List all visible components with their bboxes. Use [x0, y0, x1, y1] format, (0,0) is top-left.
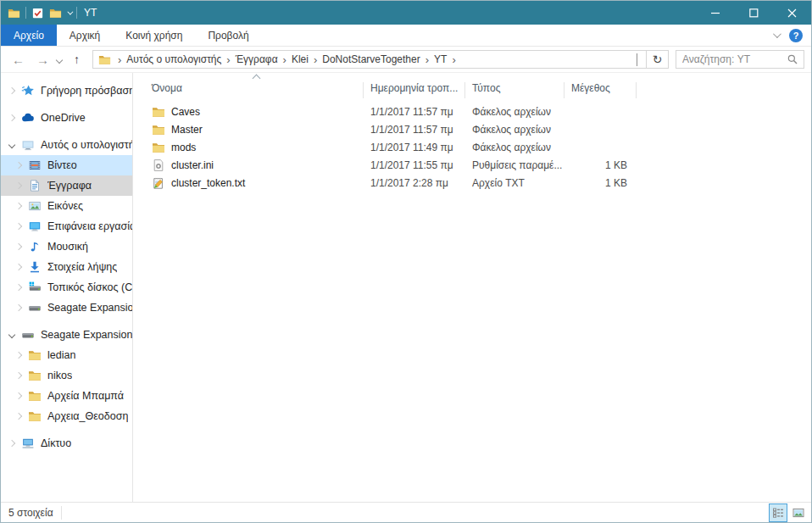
sidebar-item-downloads[interactable]: Στοιχεία λήψης: [1, 257, 132, 277]
explorer-folder-icon[interactable]: [8, 7, 20, 19]
sidebar-item-videos[interactable]: Βίντεο: [1, 155, 132, 175]
chevron-right-icon[interactable]: [8, 114, 15, 121]
chevron-right-icon[interactable]: [15, 243, 22, 250]
file-row-master[interactable]: Master 1/1/2017 11:57 πμ Φάκελος αρχείων: [133, 120, 811, 138]
sidebar-item-quick-access[interactable]: Γρήγορη πρόσβαση: [1, 81, 132, 101]
documents-icon: [28, 179, 42, 192]
thumbnails-view-button[interactable]: [789, 504, 808, 522]
up-button[interactable]: ↑: [66, 53, 87, 65]
sidebar-item-desktop[interactable]: Επιφάνεια εργασίας: [1, 216, 132, 236]
refresh-button[interactable]: ↻: [647, 50, 669, 69]
chevron-right-icon[interactable]: [15, 413, 22, 420]
chevron-right-icon[interactable]: [15, 203, 22, 209]
column-header-size[interactable]: Μέγεθος: [565, 82, 637, 98]
window-title: YT: [84, 7, 97, 19]
sidebar-item-seagate-root[interactable]: Seagate Expansion Dr: [1, 325, 132, 345]
chevron-down-icon[interactable]: [8, 142, 15, 148]
maximize-button[interactable]: [735, 1, 773, 25]
expand-ribbon-chevron-icon[interactable]: [773, 30, 781, 38]
chevron-right-icon[interactable]: [15, 304, 22, 311]
ribbon-tabs: Αρχείο Αρχική Κοινή χρήση Προβολή ?: [1, 25, 811, 47]
minimize-icon: [711, 8, 720, 18]
back-button[interactable]: ←: [6, 53, 31, 66]
crumb-separator: ›: [422, 53, 432, 66]
chevron-right-icon[interactable]: [15, 372, 22, 379]
tab-share[interactable]: Κοινή χρήση: [113, 25, 195, 46]
file-list: Όνομα Ημερομηνία τροπ... Τύπος Μέγεθος C…: [133, 73, 811, 502]
breadcrumb[interactable]: › Αυτός ο υπολογιστής › Έγγραφα › Klei ›…: [92, 50, 647, 69]
search-icon[interactable]: [787, 53, 798, 65]
column-header-date-modified[interactable]: Ημερομηνία τροπ...: [364, 82, 465, 98]
folder-icon: [152, 105, 165, 119]
crumb-separator: ›: [310, 53, 320, 66]
column-header-name[interactable]: Όνομα: [133, 82, 364, 98]
tab-view[interactable]: Προβολή: [195, 25, 261, 46]
ribbon-right: ?: [773, 25, 811, 46]
sidebar-item-music[interactable]: Μουσική: [1, 236, 132, 257]
tab-home[interactable]: Αρχική: [57, 25, 113, 46]
chevron-right-icon[interactable]: [15, 392, 22, 399]
main-area: Γρήγορη πρόσβαση OneDrive Αυτός ο υπολογ…: [1, 73, 811, 502]
chevron-right-icon[interactable]: [15, 264, 22, 270]
recent-locations-chevron-icon[interactable]: [56, 57, 63, 64]
sidebar-item-arxeia-theodosi[interactable]: Αρχεια_Θεοδοση: [1, 406, 132, 426]
search-box: [676, 50, 804, 69]
chevron-right-icon[interactable]: [15, 352, 22, 359]
folder-icon: [28, 389, 42, 403]
chevron-right-icon[interactable]: [15, 223, 22, 230]
videos-icon: [28, 159, 42, 172]
details-view-button[interactable]: [769, 504, 787, 522]
address-dropdown-chevron-icon[interactable]: [631, 53, 642, 65]
crumb-this-pc[interactable]: Αυτός ο υπολογιστής: [125, 53, 223, 65]
sidebar-item-seagate-drive[interactable]: Seagate Expansion D: [1, 298, 132, 318]
chevron-right-icon[interactable]: [8, 87, 15, 94]
ini-settings-icon: [152, 159, 165, 172]
crumb-dont-starve[interactable]: DoNotStarveTogether: [320, 53, 421, 65]
sidebar-item-local-disk-c[interactable]: Τοπικός δίσκος (C:): [1, 277, 132, 298]
address-bar: › Αυτός ο υπολογιστής › Έγγραφα › Klei ›…: [92, 50, 669, 69]
chevron-down-icon[interactable]: [8, 331, 15, 338]
tab-file[interactable]: Αρχείο: [1, 25, 57, 46]
chevron-right-icon[interactable]: [15, 162, 22, 169]
customize-qat-chevron-icon[interactable]: [67, 8, 73, 14]
file-explorer-window: YT Αρχείο Αρχική Κοινή χρήση Προβολή ? ←…: [0, 0, 812, 523]
disk-icon: [28, 301, 42, 314]
quick-access-toolbar: [1, 7, 77, 19]
column-header-type[interactable]: Τύπος: [465, 82, 565, 98]
item-count: 5 στοιχεία: [8, 506, 62, 520]
window-controls: [697, 1, 811, 25]
sidebar-item-network[interactable]: Δίκτυο: [1, 433, 132, 453]
search-input[interactable]: [676, 53, 787, 65]
network-icon: [21, 437, 35, 450]
crumb-separator: ›: [280, 53, 290, 66]
sidebar-item-onedrive[interactable]: OneDrive: [1, 108, 132, 128]
new-folder-icon[interactable]: [49, 7, 62, 19]
properties-check-icon[interactable]: [31, 7, 44, 19]
folder-icon: [28, 369, 42, 382]
sidebar-item-ledian[interactable]: ledian: [1, 345, 132, 365]
crumb-separator: ›: [223, 53, 233, 66]
chevron-right-icon[interactable]: [8, 440, 15, 447]
column-headers: Όνομα Ημερομηνία τροπ... Τύπος Μέγεθος: [133, 76, 811, 98]
navigation-toolbar: ← → ↑ › Αυτός ο υπολογιστής › Έγγραφα › …: [1, 47, 811, 73]
sidebar-item-nikos[interactable]: nikos: [1, 365, 132, 386]
view-switcher: [769, 504, 809, 522]
crumb-yt[interactable]: YT: [432, 53, 448, 65]
file-row-cluster-token-txt[interactable]: cluster_token.txt 1/1/2017 2:28 πμ Αρχεί…: [133, 174, 811, 192]
minimize-button[interactable]: [697, 1, 735, 25]
file-row-caves[interactable]: Caves 1/1/2017 11:57 πμ Φάκελος αρχείων: [133, 103, 811, 120]
file-row-mods[interactable]: mods 1/1/2017 11:49 πμ Φάκελος αρχείων: [133, 138, 811, 156]
file-row-cluster-ini[interactable]: cluster.ini 1/1/2017 11:55 πμ Ρυθμίσεις …: [133, 156, 811, 174]
sidebar-item-this-pc[interactable]: Αυτός ο υπολογιστής: [1, 135, 132, 155]
sidebar-item-pictures[interactable]: Εικόνες: [1, 196, 132, 216]
folder-icon: [28, 409, 42, 423]
sidebar-item-documents[interactable]: Έγγραφα: [1, 175, 132, 196]
sidebar-item-arxeia-mpampa[interactable]: Αρχεία Μπαμπά: [1, 386, 132, 406]
chevron-right-icon[interactable]: [15, 284, 22, 291]
forward-button[interactable]: →: [31, 53, 55, 66]
chevron-right-icon[interactable]: [15, 182, 22, 189]
crumb-documents[interactable]: Έγγραφα: [234, 53, 280, 65]
close-button[interactable]: [773, 1, 811, 25]
help-icon[interactable]: ?: [789, 29, 803, 42]
crumb-klei[interactable]: Klei: [290, 53, 310, 65]
